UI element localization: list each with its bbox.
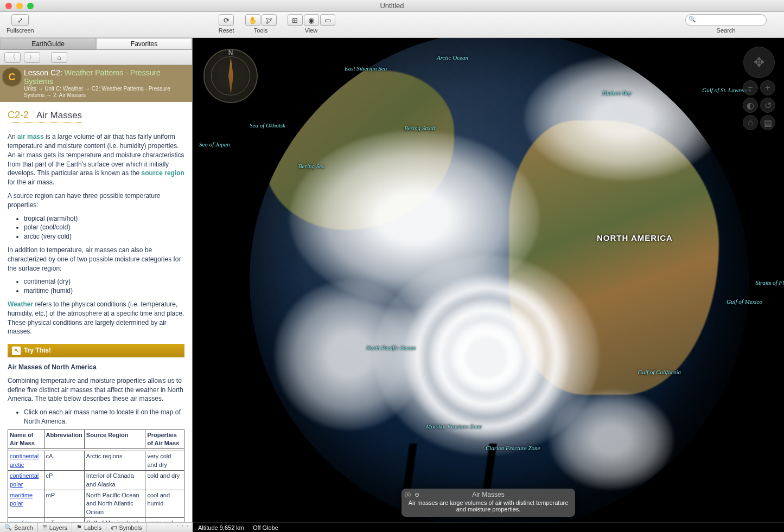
pan-pad[interactable] [743, 47, 775, 78]
footer-search-button[interactable]: 🔍Search [0, 523, 38, 532]
moisture-intro: In addition to temperature, air masses c… [8, 246, 184, 273]
table-row: continental polarcPInterior of Canada an… [8, 471, 184, 490]
zoom-out-button[interactable]: − [743, 80, 758, 95]
compass-icon[interactable] [203, 49, 258, 103]
geo-label: Bering Sea [298, 163, 325, 169]
info-popup: ⓧ ⊖ Air Masses Air masses are large volu… [401, 489, 575, 517]
geo-label: Clarion Fracture Zone [486, 445, 540, 451]
geo-label: Arctic Ocean [437, 54, 468, 61]
list-item: tropical (warm/hot) [24, 214, 184, 223]
minimize-window-icon[interactable] [16, 3, 23, 9]
layers-icon: ≣ [42, 524, 47, 531]
resize-grip-icon[interactable]: ⋮⋮⋮ [171, 524, 193, 531]
hint-list: Click on each air mass name to locate it… [24, 408, 184, 426]
geo-label: Straits of Fl [755, 279, 784, 286]
geo-label: Sea of Japan [199, 141, 230, 148]
airmass-link[interactable]: continental arctic [10, 453, 39, 467]
geo-label: Gulf of Mexico [726, 298, 762, 305]
sidebar: EarthGuide Favorites 〈 〉 ⌂ C Lesson C2: … [0, 38, 193, 522]
geo-label: North Pacific Ocean [366, 344, 416, 351]
home-button[interactable]: ⌂ [51, 52, 67, 63]
sidebar-footer: 🔍Search ≣Layers ⚑Labels 🏷Symbols ⋮⋮⋮ [0, 522, 193, 532]
view-flat-button[interactable]: ▭ [320, 14, 335, 26]
temp-intro: A source region can have three possible … [8, 191, 184, 210]
section-heading: C2-2 Air Masses [8, 108, 82, 123]
main-toolbar: ⤢ Fullscreen ⟳ Reset ✋ 🕊 Tools ⊞ ◉ ▭ Vie… [0, 12, 784, 38]
view-label: View [305, 27, 318, 34]
try-this-bar: Try This! [8, 344, 184, 357]
forward-button[interactable]: 〉 [24, 52, 40, 63]
footer-labels-button[interactable]: ⚑Labels [72, 523, 106, 532]
cloud-layer [275, 280, 424, 430]
list-item: polar (cool/cold) [24, 223, 184, 232]
fullscreen-label: Fullscreen [7, 27, 34, 34]
table-row: maritime polarmPNorth Pacific Ocean and … [8, 490, 184, 518]
footer-layers-button[interactable]: ≣Layers [38, 523, 72, 532]
back-button[interactable]: 〈 [4, 52, 21, 63]
view-globe-button[interactable]: ◉ [304, 14, 319, 26]
pan-tool-button[interactable]: ✋ [245, 14, 260, 26]
list-item: Click on each air mass name to locate it… [24, 408, 184, 426]
list-item: continental (dry) [24, 277, 184, 286]
position-readout: Off Globe [253, 524, 278, 531]
zoom-window-icon[interactable] [27, 3, 34, 9]
geo-label: Gulf of California [638, 369, 681, 375]
table-row: continental arcticcAArctic regionsvery c… [8, 451, 184, 471]
table-header: Source Region [84, 430, 145, 449]
fullscreen-button[interactable]: ⤢ [11, 14, 29, 26]
airmass-link[interactable]: continental polar [10, 472, 39, 487]
intro-paragraph: An air mass is a large volume of air tha… [8, 132, 184, 187]
reset-north-button[interactable]: ↺ [760, 98, 775, 113]
weather-paragraph: Weather refers to the physical condition… [8, 300, 184, 336]
lesson-title: Lesson C2: Weather Patterns - Pressure S… [24, 68, 188, 86]
geo-label: Molokai Fracture Zone [426, 423, 482, 430]
shadow-streak [698, 476, 712, 520]
cloud-layer [549, 390, 674, 490]
unit-badge-icon: C [2, 67, 22, 87]
cloud-layer [524, 56, 724, 181]
geo-label: Hudson Bay [602, 89, 632, 96]
geo-label: Sea of Okhotsk [250, 122, 285, 129]
view-grid-button[interactable]: ⊞ [288, 14, 303, 26]
table-header: Properties of Air Mass [145, 430, 184, 449]
tilt-button[interactable]: ◐ [743, 98, 758, 113]
close-window-icon[interactable] [5, 3, 12, 9]
toolbar-search-input[interactable] [685, 14, 767, 26]
flag-icon: ⚑ [77, 524, 82, 531]
navigation-controls: − + ◐ ↺ ⌂ ▤ [743, 47, 775, 130]
tab-earthguide[interactable]: EarthGuide [0, 38, 96, 50]
table-header: Name of Air Mass [8, 430, 44, 449]
globe-viewport[interactable]: Arctic Ocean East Siberian Sea Bering St… [193, 38, 784, 522]
tag-icon: 🏷 [111, 524, 117, 531]
search-icon: 🔍 [4, 524, 12, 531]
list-item: arctic (very cold) [24, 232, 184, 241]
popup-close-button[interactable]: ⓧ ⊖ [405, 491, 420, 499]
reset-button[interactable]: ⟳ [219, 14, 234, 26]
content-pane[interactable]: C2-2 Air Masses An air mass is a large v… [0, 102, 192, 522]
subheading: Air Masses of North America [8, 363, 184, 372]
window-titlebar: Untitled [0, 0, 784, 12]
table-row: maritime tropicalmTGulf of Mexico (and e… [8, 518, 184, 522]
temperature-list: tropical (warm/hot) polar (cool/cold) ar… [24, 214, 184, 241]
footer-symbols-button[interactable]: 🏷Symbols [106, 523, 146, 532]
tab-favorites[interactable]: Favorites [96, 38, 192, 50]
globe-status-bar: Altitude 9,652 km Off Globe [193, 522, 784, 532]
combine-paragraph: Combining temperature and moisture prope… [8, 376, 184, 403]
home-view-button[interactable]: ⌂ [743, 115, 758, 130]
popup-title: ⓧ ⊖ Air Masses [407, 491, 570, 498]
tools-label: Tools [254, 27, 268, 34]
zoom-in-button[interactable]: + [760, 80, 775, 95]
popup-body: Air masses are large volumes of air with… [407, 499, 570, 512]
geo-label-continent: NORTH AMERICA [597, 233, 673, 242]
fly-tool-button[interactable]: 🕊 [262, 14, 277, 26]
reset-label: Reset [219, 27, 234, 34]
geo-label: Bering Strait [404, 125, 435, 131]
airmass-link[interactable]: maritime tropical [10, 520, 33, 522]
moisture-list: continental (dry) maritime (humid) [24, 277, 184, 296]
layers-3d-button[interactable]: ▤ [760, 115, 775, 130]
shadow-streak [662, 465, 678, 520]
breadcrumb: Units → Unit C: Weather → C2: Weather Pa… [24, 86, 188, 99]
altitude-readout: Altitude 9,652 km [198, 524, 244, 531]
list-item: maritime (humid) [24, 286, 184, 296]
airmass-link[interactable]: maritime polar [10, 492, 33, 507]
